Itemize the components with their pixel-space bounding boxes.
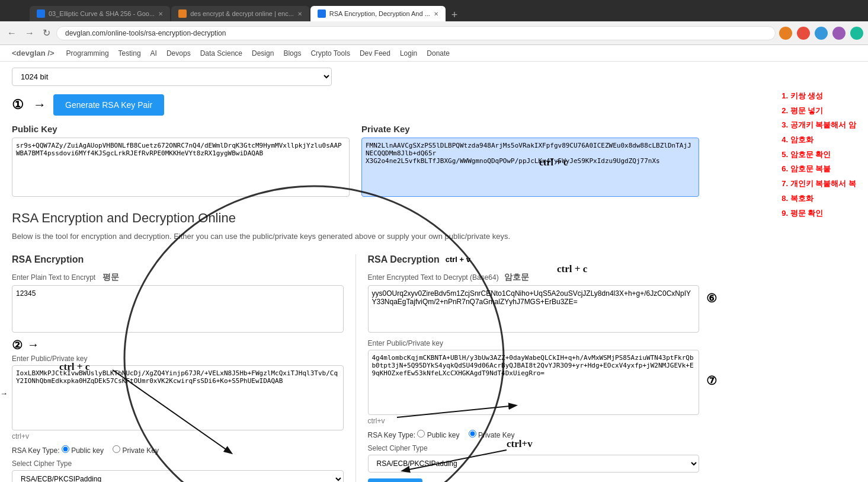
address-text: devglan.com/online-tools/rsa-encryption-…	[65, 29, 767, 37]
extension-icon-1[interactable]	[779, 27, 792, 40]
keys-row: Public Key Private Key ctrl + c	[12, 124, 699, 199]
right-note-1: 1. 키쌍 생성	[781, 89, 856, 104]
tab-1[interactable]: 03_Elliptic Curve & SHA 256 - Goo... ✕	[30, 6, 170, 21]
nav-data-science[interactable]: Data Science	[200, 49, 242, 58]
dec-key-input[interactable]	[368, 350, 700, 415]
private-key-box: Private Key ctrl + c	[361, 124, 699, 199]
right-note-2: 2. 평문 넣기	[781, 104, 856, 119]
ctrlc-right-annotation: ctrl + c	[539, 157, 568, 168]
public-key-textarea[interactable]	[12, 138, 350, 197]
right-note-5: 5. 암호문 확인	[781, 148, 856, 162]
extension-icon-2[interactable]	[797, 27, 810, 40]
tab-3-label: RSA Encryption, Decryption And ...	[329, 10, 430, 17]
tab-1-favicon	[37, 9, 45, 18]
tab-1-label: 03_Elliptic Curve & SHA 256 - Goo...	[49, 10, 155, 17]
right-note-3: 3. 공개키 복붙해서 암	[781, 118, 856, 133]
enc-public-key-radio-label[interactable]: Public key	[62, 446, 105, 455]
extension-icon-5[interactable]	[850, 27, 863, 40]
tab-3-close[interactable]: ✕	[434, 11, 438, 17]
nav-design[interactable]: Design	[252, 49, 274, 58]
arrow-1: →	[33, 97, 46, 113]
decryption-title: RSA Decryption	[368, 254, 440, 265]
tab-2-close[interactable]: ✕	[297, 11, 302, 17]
private-key-title: Private Key	[361, 124, 699, 134]
page-title: RSA Encryption and Decryption Online	[12, 210, 699, 226]
encrypted-text-label: Enter Encrypted Text to Decrypt (Base64)…	[368, 272, 700, 283]
browser-chrome: 03_Elliptic Curve & SHA 256 - Goo... ✕ d…	[0, 0, 868, 45]
dec-cipher-select[interactable]: RSA/ECB/PKCSIPadding RSA/ECB/OAEPWithSHA…	[368, 455, 700, 473]
new-tab-button[interactable]: +	[447, 9, 463, 21]
circle-7-annotation: ⑦	[706, 374, 717, 388]
arrow-3: →	[0, 389, 8, 398]
encryption-title: RSA Encryption	[12, 254, 344, 265]
enc-private-key-radio-label[interactable]: Private Key	[113, 446, 159, 455]
circle-6-annotation: ⑥	[706, 291, 717, 305]
enc-key-input[interactable]	[12, 365, 344, 430]
public-key-box: Public Key	[12, 124, 350, 199]
tab-2-label: des encrypt & decrypt online | enc...	[190, 10, 294, 17]
nav-testing[interactable]: Testing	[118, 49, 141, 58]
reload-button[interactable]: ↻	[40, 25, 53, 41]
암호문-annotation: 암호문	[504, 272, 529, 282]
nav-blogs[interactable]: Blogs	[283, 49, 301, 58]
generate-rsa-keypair-button[interactable]: Generate RSA Key Pair	[53, 94, 164, 116]
right-note-6: 6. 암호문 복붙	[781, 162, 856, 177]
nav-programming[interactable]: Programming	[66, 49, 109, 58]
nav-dev-feed[interactable]: Dev Feed	[360, 49, 390, 58]
site-navbar: <devglan /> Programming Testing AI Devop…	[0, 45, 868, 62]
tab-3[interactable]: RSA Encryption, Decryption And ... ✕	[310, 6, 446, 21]
enc-cipher-label: Select Cipher Type	[12, 459, 344, 468]
dec-public-key-radio[interactable]	[417, 430, 425, 438]
private-key-textarea[interactable]	[361, 138, 699, 197]
circle-2-annotation: ②	[12, 338, 23, 352]
circle-1-annotation: ①	[12, 97, 24, 113]
right-note-8: 8. 복호화	[781, 191, 856, 206]
ctrlv-dec-annotation2: ctrl+v	[368, 417, 700, 425]
column-divider	[355, 254, 356, 483]
enc-cipher-select[interactable]: RSA/ECB/PKCSIPadding RSA/ECB/OAEPWithSHA…	[12, 470, 344, 483]
enc-public-key-radio[interactable]	[62, 445, 69, 453]
tab-2-favicon	[178, 9, 187, 18]
right-notes: 1. 키쌍 생성 2. 평문 넣기 3. 공개키 복붙해서 암 4. 암호화 5…	[781, 89, 856, 221]
enc-dec-row: RSA Encryption Enter Plain Text to Encry…	[12, 254, 699, 483]
tab-2[interactable]: des encrypt & decrypt online | enc... ✕	[171, 6, 309, 21]
nav-links: Programming Testing AI Devops Data Scien…	[66, 49, 450, 58]
enc-key-type-row: RSA Key Type: Public key Private Key	[12, 445, 344, 455]
public-key-title: Public Key	[12, 124, 350, 134]
tab-1-close[interactable]: ✕	[158, 11, 163, 17]
right-note-4: 4. 암호화	[781, 133, 856, 148]
dec-cipher-label: Select Cipher Type	[368, 444, 700, 452]
page-desc: Below is the tool for encryption and dec…	[12, 231, 699, 242]
encrypted-text-input[interactable]	[368, 285, 700, 333]
toolbar-icons	[779, 27, 863, 40]
nav-login[interactable]: Login	[400, 49, 417, 58]
dec-key-type-row: RSA Key Type: Public key Private Key	[368, 430, 700, 439]
forward-button[interactable]: →	[23, 25, 37, 41]
enc-key-label: Enter Public/Private key	[12, 355, 344, 363]
plain-text-input[interactable]	[12, 285, 344, 333]
address-bar[interactable]: devglan.com/online-tools/rsa-encryption-…	[56, 26, 776, 40]
decrypt-button[interactable]: Decrypt	[368, 478, 422, 483]
plaintext-annotation-enc: 평문	[103, 272, 119, 282]
extension-icon-4[interactable]	[832, 27, 845, 40]
ctrlv-enc-annotation: ctrl+v	[12, 432, 344, 440]
nav-ai[interactable]: AI	[150, 49, 157, 58]
extension-icon-3[interactable]	[815, 27, 828, 40]
site-logo: <devglan />	[12, 49, 55, 58]
decryption-column: RSA Decryption ctrl + v Enter Encrypted …	[368, 254, 700, 483]
arrow-2: →	[27, 338, 39, 352]
browser-toolbar: ← → ↻ devglan.com/online-tools/rsa-encry…	[0, 21, 868, 45]
dec-key-label: Enter Public/Private key	[368, 339, 700, 347]
nav-crypto-tools[interactable]: Crypto Tools	[310, 49, 350, 58]
back-button[interactable]: ←	[5, 25, 19, 41]
nav-devops[interactable]: Devops	[166, 49, 191, 58]
tab-3-favicon	[318, 9, 326, 18]
dec-public-key-radio-label[interactable]: Public key	[417, 431, 461, 439]
key-size-select[interactable]: 512 bit 1024 bit 2048 bit	[12, 68, 332, 86]
plain-text-label: Enter Plain Text to Encrypt 평문	[12, 272, 344, 283]
nav-donate[interactable]: Donate	[427, 49, 450, 58]
right-note-9: 9. 평문 확인	[781, 206, 856, 221]
dec-private-key-radio[interactable]	[469, 430, 476, 438]
enc-private-key-radio[interactable]	[113, 445, 120, 453]
dec-private-key-radio-label[interactable]: Private Key	[469, 431, 515, 439]
